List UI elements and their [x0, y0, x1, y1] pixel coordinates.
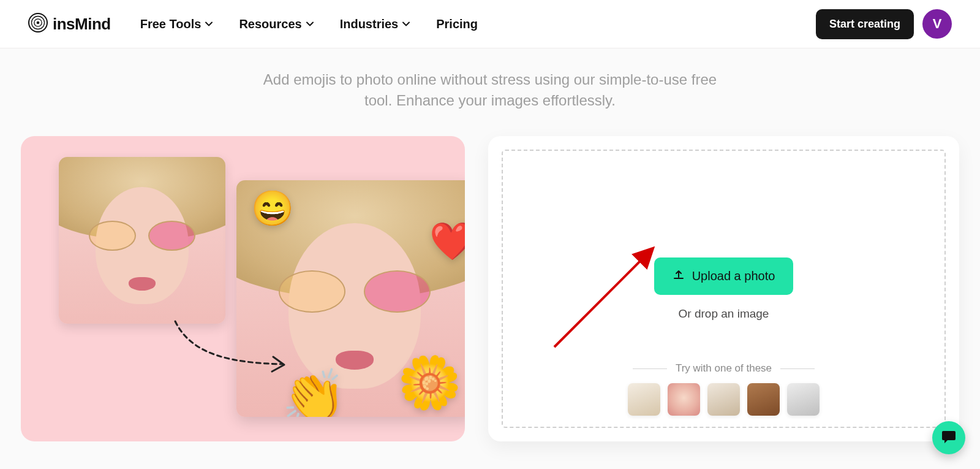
chat-icon [941, 429, 957, 447]
sample-thumb-portrait[interactable] [668, 383, 700, 416]
upload-photo-button[interactable]: Upload a photo [654, 257, 794, 295]
divider [633, 368, 667, 369]
nav-resources[interactable]: Resources [239, 17, 314, 31]
svg-line-4 [554, 249, 652, 347]
chat-launcher[interactable] [932, 421, 965, 454]
header-right: Start creating V [816, 9, 952, 39]
site-header: insMind Free Tools Resources Industries [0, 0, 980, 48]
page-tagline: Add emojis to photo online without stres… [257, 69, 723, 110]
demo-after-image: 😄 ❤️ 🌼 👏 [236, 180, 465, 417]
laugh-emoji-icon: 😄 [251, 191, 294, 226]
main-nav: Free Tools Resources Industries Pricing [140, 17, 478, 31]
upload-button-label: Upload a photo [692, 269, 775, 283]
chevron-down-icon [306, 17, 314, 31]
sample-thumb-bag[interactable] [707, 383, 740, 416]
svg-point-3 [37, 21, 40, 25]
start-creating-button[interactable]: Start creating [816, 9, 914, 39]
face-placeholder [59, 157, 225, 324]
upload-dropzone[interactable]: Upload a photo Or drop an image Try with… [502, 150, 946, 428]
main-content: 😄 ❤️ 🌼 👏 Upload a photo Or drop an imag [0, 110, 980, 441]
sample-thumb-cosmetics[interactable] [628, 383, 660, 416]
demo-before-image [59, 157, 225, 324]
chevron-down-icon [402, 17, 410, 31]
header-left: insMind Free Tools Resources Industries [28, 13, 478, 35]
sample-thumb-bottles[interactable] [747, 383, 780, 416]
divider [780, 368, 815, 369]
nav-industries[interactable]: Industries [340, 17, 411, 31]
try-label: Try with one of these [676, 362, 772, 375]
try-samples: Try with one of these [503, 362, 944, 416]
upload-icon [673, 269, 685, 284]
heart-emoji-icon: ❤️ [429, 223, 465, 260]
nav-label: Resources [239, 17, 301, 31]
avatar[interactable]: V [922, 9, 952, 39]
nav-label: Pricing [436, 17, 478, 31]
try-label-row: Try with one of these [633, 362, 815, 375]
upload-card: Upload a photo Or drop an image Try with… [488, 136, 959, 441]
clap-emoji-icon: 👏 [282, 370, 346, 417]
nav-pricing[interactable]: Pricing [436, 17, 478, 31]
nav-label: Free Tools [140, 17, 202, 31]
sample-thumb-cat[interactable] [787, 383, 820, 416]
drop-hint: Or drop an image [679, 307, 769, 321]
nav-free-tools[interactable]: Free Tools [140, 17, 214, 31]
demo-card: 😄 ❤️ 🌼 👏 [21, 136, 465, 441]
annotation-arrow-icon [549, 242, 660, 352]
logo[interactable]: insMind [28, 13, 111, 35]
logo-text: insMind [53, 15, 111, 34]
chevron-down-icon [205, 17, 213, 31]
logo-icon [28, 13, 48, 35]
flower-emoji-icon: 🌼 [398, 357, 462, 408]
sample-thumbnails [628, 383, 820, 416]
nav-label: Industries [340, 17, 399, 31]
